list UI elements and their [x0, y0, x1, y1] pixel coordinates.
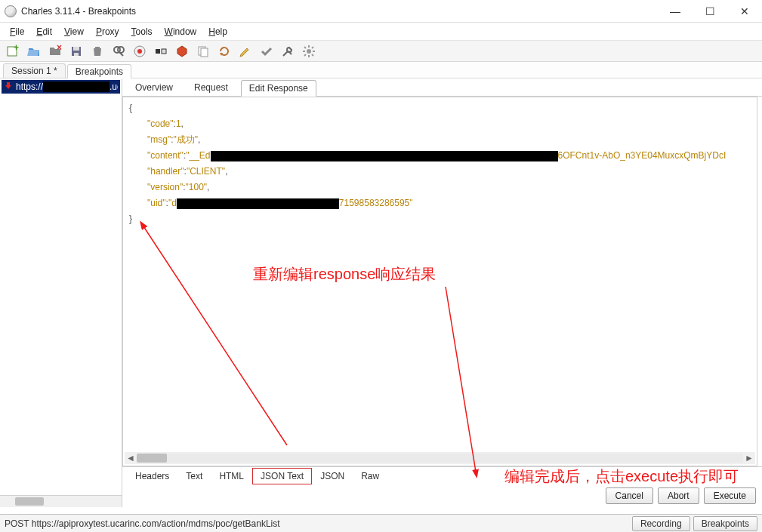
throttle-button[interactable] [153, 43, 169, 60]
svg-rect-12 [156, 49, 160, 54]
menu-view[interactable]: View [59, 25, 89, 38]
svg-line-25 [304, 54, 306, 56]
execute-button[interactable]: Execute [704, 487, 756, 504]
tree-item-label: https://.uc [16, 81, 118, 93]
svg-rect-6 [95, 47, 100, 48]
tree-item-request[interactable]: https://.uc [2, 80, 120, 94]
open-button[interactable] [26, 43, 42, 60]
record-button[interactable] [131, 43, 148, 60]
title-bar: Charles 3.11.4 - Breakpoints — ☐ ✕ [0, 0, 762, 23]
svg-rect-13 [162, 49, 166, 54]
toolbar: + × [0, 41, 762, 62]
tab-overview[interactable]: Overview [127, 79, 181, 96]
format-tabs: Headers Text HTML JSON Text JSON Raw [122, 466, 762, 484]
svg-line-23 [304, 47, 306, 48]
svg-rect-5 [74, 53, 79, 56]
menu-edit[interactable]: Edit [31, 25, 57, 38]
right-panel: Overview Request Edit Response { "code":… [122, 78, 762, 507]
scroll-right-arrow-icon[interactable]: ► [743, 452, 755, 464]
maximize-button[interactable]: ☐ [693, 0, 727, 23]
window-controls: — ☐ ✕ [658, 0, 762, 22]
menu-help[interactable]: Help [203, 25, 233, 38]
status-text: POST https://apiproxytest.ucarinc.com/ac… [5, 518, 629, 529]
trash-button[interactable] [89, 43, 106, 60]
request-tree[interactable]: https://.uc [0, 78, 122, 495]
session-tab-1[interactable]: Breakpoints [67, 64, 131, 78]
tools-button[interactable] [279, 43, 296, 60]
session-tab-0[interactable]: Session 1 * [3, 63, 66, 78]
minimize-button[interactable]: — [658, 0, 693, 23]
format-tab-raw[interactable]: Raw [353, 468, 387, 484]
view-tabs: Overview Request Edit Response [122, 78, 762, 97]
svg-line-24 [312, 54, 313, 56]
save-button[interactable] [68, 43, 85, 60]
svg-point-11 [137, 49, 142, 54]
cancel-button[interactable]: Cancel [606, 487, 653, 504]
action-buttons: Cancel Abort Execute [122, 484, 762, 507]
abort-button[interactable]: Abort [658, 487, 699, 504]
format-tab-text[interactable]: Text [177, 468, 211, 484]
svg-point-18 [307, 49, 311, 54]
format-tab-html[interactable]: HTML [211, 468, 252, 484]
svg-text:+: + [14, 45, 19, 53]
session-tabs: Session 1 * Breakpoints [0, 62, 762, 78]
status-recording[interactable]: Recording [632, 516, 690, 531]
validate-button[interactable] [258, 43, 275, 60]
settings-button[interactable] [301, 43, 317, 60]
format-tab-json[interactable]: JSON [312, 468, 353, 484]
format-tab-json-text[interactable]: JSON Text [252, 468, 312, 484]
svg-text:×: × [57, 45, 62, 53]
left-horizontal-scrollbar[interactable] [0, 495, 122, 507]
edit-button[interactable] [237, 43, 254, 60]
menu-window[interactable]: Window [159, 25, 202, 38]
status-bar: POST https://apiproxytest.ucarinc.com/ac… [0, 514, 762, 532]
menu-proxy[interactable]: Proxy [91, 25, 125, 38]
svg-rect-4 [73, 47, 79, 51]
close-session-button[interactable]: × [47, 43, 63, 60]
svg-marker-14 [177, 46, 187, 57]
repeat-button[interactable] [216, 43, 233, 60]
menu-bar: File Edit View Proxy Tools Window Help [0, 23, 762, 41]
status-breakpoints[interactable]: Breakpoints [693, 516, 757, 531]
response-editor[interactable]: { "code": 1, "msg": "成功", "content": "__… [122, 97, 757, 466]
menu-tools[interactable]: Tools [126, 25, 158, 38]
copy-button[interactable] [195, 43, 211, 60]
content-horizontal-scrollbar[interactable]: ◄ ► [125, 452, 755, 464]
menu-file[interactable]: File [5, 25, 29, 38]
app-icon [5, 5, 17, 17]
json-text-viewer[interactable]: { "code": 1, "msg": "成功", "content": "__… [123, 97, 757, 230]
svg-rect-16 [201, 48, 208, 57]
download-arrow-icon [4, 81, 13, 93]
new-session-button[interactable]: + [5, 43, 21, 60]
breakpoints-button[interactable] [174, 43, 190, 60]
tab-request[interactable]: Request [186, 79, 236, 96]
window-title: Charles 3.11.4 - Breakpoints [21, 6, 658, 17]
tab-edit-response[interactable]: Edit Response [241, 80, 316, 97]
close-button[interactable]: ✕ [727, 0, 762, 23]
left-panel: https://.uc [0, 78, 122, 507]
main-area: https://.uc Overview Request Edit Respon… [0, 78, 762, 507]
svg-line-26 [312, 47, 313, 48]
svg-marker-27 [5, 82, 11, 89]
find-button[interactable] [110, 43, 127, 60]
format-tab-headers[interactable]: Headers [127, 468, 177, 484]
scroll-left-arrow-icon[interactable]: ◄ [125, 452, 137, 464]
